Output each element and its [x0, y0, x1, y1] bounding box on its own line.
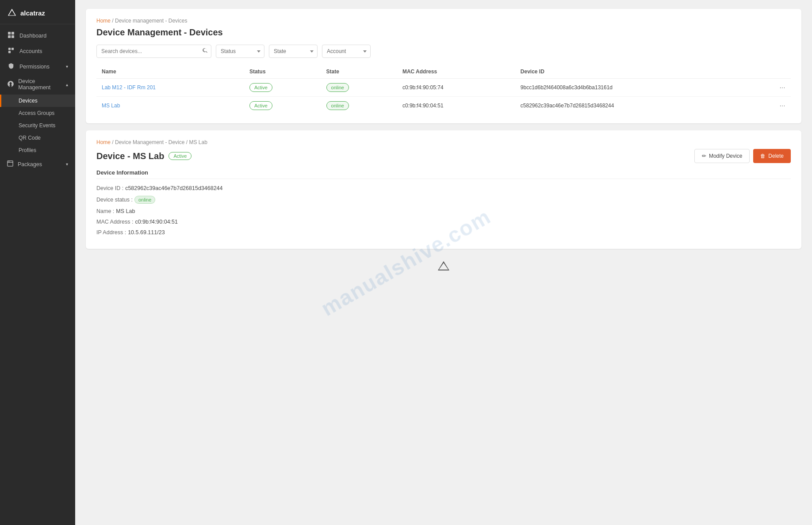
filter-bar: Status Active Inactive State online offl…: [96, 45, 791, 58]
row-actions-menu[interactable]: ···: [753, 97, 791, 115]
svg-rect-4: [8, 48, 11, 50]
sidebar-item-qr-code[interactable]: QR Code: [0, 132, 75, 144]
svg-rect-1: [11, 32, 14, 34]
device-detail-header: Device - MS Lab Active ✏ Modify Device 🗑…: [96, 149, 791, 163]
device-status-badge: Active: [169, 152, 192, 160]
device-ip-row: IP Address : 10.5.69.111/23: [96, 229, 791, 236]
main-content: manualshive.com Home / Device management…: [75, 0, 812, 525]
sidebar: alcatraz Dashboard Accounts Permissions …: [0, 0, 75, 525]
search-button[interactable]: [203, 48, 208, 55]
device-detail-title: Device - MS Lab: [96, 151, 164, 161]
col-header-state: State: [321, 65, 397, 79]
sidebar-item-permissions[interactable]: Permissions ▾: [0, 59, 75, 74]
sidebar-item-packages[interactable]: Packages ▾: [0, 156, 75, 172]
col-header-status: Status: [244, 65, 321, 79]
status-badge: Active: [249, 101, 272, 110]
sidebar-item-access-groups[interactable]: Access Groups: [0, 107, 75, 119]
sidebar-item-device-management[interactable]: Device Management ▴: [0, 74, 75, 95]
col-header-mac: MAC Address: [397, 65, 515, 79]
svg-rect-6: [8, 51, 11, 53]
permissions-label: Permissions: [19, 64, 50, 70]
device-status-value: online: [134, 196, 155, 204]
cell-status: Active: [244, 97, 321, 115]
devices-list-card: Home / Device management - Devices Devic…: [86, 9, 801, 123]
device-mac-row: MAC Address : c0:9b:f4:90:04:51: [96, 219, 791, 225]
col-header-device-id: Device ID: [515, 65, 754, 79]
state-badge: online: [326, 101, 349, 110]
action-buttons: ✏ Modify Device 🗑 Delete: [694, 149, 791, 163]
qr-code-label: QR Code: [19, 135, 41, 141]
status-badge: Active: [249, 83, 272, 92]
sidebar-item-profiles[interactable]: Profiles: [0, 144, 75, 156]
devices-label: Devices: [19, 98, 38, 104]
device-management-submenu: Devices Access Groups Security Events QR…: [0, 95, 75, 156]
cell-mac: c0:9b:f4:90:04:51: [397, 97, 515, 115]
device-name-link[interactable]: MS Lab: [102, 103, 120, 109]
device-id-label: Device ID :: [96, 185, 123, 191]
col-header-name: Name: [96, 65, 244, 79]
search-wrap: [96, 45, 211, 58]
svg-rect-2: [8, 35, 11, 38]
state-badge: online: [326, 83, 349, 92]
footer-logo-icon: [437, 260, 450, 271]
device-mac-value: c0:9b:f4:90:04:51: [135, 219, 178, 225]
packages-chevron: ▾: [66, 162, 68, 167]
device-name-label: Name :: [96, 208, 114, 214]
device-management-icon: [7, 81, 14, 88]
breadcrumb-home-link[interactable]: Home: [96, 18, 111, 24]
device-id-value: c582962c39ac46e7b7d26815d3468244: [125, 185, 222, 191]
accounts-label: Accounts: [19, 48, 42, 54]
device-name-value: MS Lab: [116, 208, 135, 214]
cell-state: online: [321, 79, 397, 97]
alcatraz-logo-icon: [7, 8, 17, 18]
detail-breadcrumb-home-link[interactable]: Home: [96, 139, 111, 145]
cell-device-id: 9bcc1d6b2f464008a6c3d4b6ba13161d: [515, 79, 754, 97]
device-name-row: Name : MS Lab: [96, 208, 791, 214]
svg-rect-7: [8, 161, 13, 166]
permissions-icon: [7, 63, 15, 70]
permissions-chevron: ▾: [66, 64, 68, 69]
dashboard-label: Dashboard: [19, 33, 46, 39]
row-actions-menu[interactable]: ···: [753, 79, 791, 97]
sidebar-item-devices[interactable]: Devices: [0, 95, 75, 107]
sidebar-navigation: Dashboard Accounts Permissions ▾ Device …: [0, 24, 75, 525]
device-status-label: Device status :: [96, 197, 133, 203]
sidebar-item-accounts[interactable]: Accounts: [0, 43, 75, 59]
detail-breadcrumb-device-mgmt: Device Management - Device: [115, 139, 184, 145]
access-groups-label: Access Groups: [19, 110, 54, 116]
delete-device-button[interactable]: 🗑 Delete: [753, 149, 791, 163]
device-ip-value: 10.5.69.111/23: [128, 229, 165, 236]
status-filter[interactable]: Status Active Inactive: [216, 45, 264, 58]
device-management-chevron: ▴: [66, 82, 68, 87]
devices-table: Name Status State MAC Address Device ID …: [96, 65, 791, 114]
cell-state: online: [321, 97, 397, 115]
device-mac-label: MAC Address :: [96, 219, 133, 225]
sidebar-item-dashboard[interactable]: Dashboard: [0, 28, 75, 43]
account-filter[interactable]: Account: [322, 45, 371, 58]
profiles-label: Profiles: [19, 147, 36, 153]
packages-icon: [7, 160, 13, 168]
search-icon: [203, 48, 208, 53]
cell-mac: c0:9b:f4:90:05:74: [397, 79, 515, 97]
table-row: MS Lab Active online c0:9b:f4:90:04:51 c…: [96, 97, 791, 115]
trash-icon: 🗑: [760, 153, 766, 159]
sidebar-item-security-events[interactable]: Security Events: [0, 119, 75, 132]
search-input[interactable]: [96, 45, 211, 58]
device-name-link[interactable]: Lab M12 - IDF Rm 201: [102, 84, 156, 91]
devices-page-title: Device Management - Devices: [96, 27, 791, 38]
state-filter[interactable]: State online offline: [269, 45, 318, 58]
detail-breadcrumb-device-name: MS Lab: [189, 139, 207, 145]
svg-rect-5: [11, 48, 14, 50]
device-info-section-label: Device Information: [96, 169, 791, 179]
app-logo: alcatraz: [0, 0, 75, 24]
modify-device-button[interactable]: ✏ Modify Device: [694, 149, 750, 163]
footer-area: [86, 256, 801, 277]
device-status-row: Device status : online: [96, 196, 791, 204]
cell-name: Lab M12 - IDF Rm 201: [96, 79, 244, 97]
table-row: Lab M12 - IDF Rm 201 Active online c0:9b…: [96, 79, 791, 97]
dashboard-icon: [7, 32, 15, 39]
app-name: alcatraz: [20, 9, 45, 17]
svg-rect-3: [11, 35, 14, 38]
cell-device-id: c582962c39ac46e7b7d26815d3468244: [515, 97, 754, 115]
cell-name: MS Lab: [96, 97, 244, 115]
